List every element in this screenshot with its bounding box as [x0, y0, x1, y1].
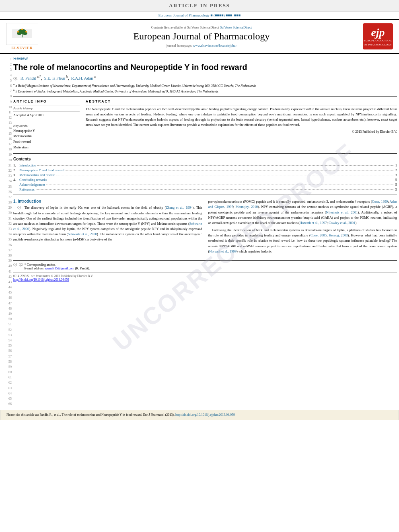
- journal-header: ELSEVIER Contents lists available at Sci…: [0, 19, 399, 54]
- sciverse-link[interactable]: SciVerse ScienceDirect: [220, 25, 252, 29]
- toc-label-2: Neuropeptide Y and food reward: [19, 168, 64, 172]
- keyword-neuropeptide: Neuropeptide Y: [13, 128, 80, 134]
- toc-label-4: Concluding remarks: [19, 178, 47, 182]
- keyword-melanocortin: Melanocortin: [13, 134, 80, 139]
- affiliation-a: a a Rudolf Magnus Institute of Neuroscie…: [13, 82, 397, 88]
- info-separator: [13, 105, 80, 105]
- ref-schwartz2000a[interactable]: Schwartz et al., 2000: [13, 222, 202, 231]
- article-info-header: ARTICLE INFO: [13, 99, 80, 103]
- abstract-text: The Neuropeptide Y and the melanocortin …: [86, 107, 397, 128]
- svg-point-7: [25, 31, 27, 33]
- q2-mark: Q2: [19, 263, 23, 267]
- intro-para-right-1: pro-opiomelanocorticoin (POMC) peptide a…: [208, 199, 397, 226]
- toc-item-5: Acknowledgement 5: [13, 183, 397, 187]
- homepage-url[interactable]: www.elsevier.com/locate/ejphar: [193, 43, 237, 47]
- cite-doi-link[interactable]: http://dx.doi.org/10.1016/j.ejphar.2013.…: [175, 413, 235, 417]
- line-numbers: 12345 678910 1112131415 1617181920 21222…: [2, 56, 13, 407]
- toc-dots-3: [56, 175, 394, 175]
- toc-num-4: 4.: [13, 178, 19, 182]
- ref-cone2005[interactable]: Cone, 2005: [311, 233, 327, 237]
- elsevier-logo: ELSEVIER: [4, 23, 40, 50]
- toc-dots-5: [46, 185, 394, 185]
- toc-item-1: 1. Introduction 1: [13, 163, 397, 167]
- email-line: E-mail address: rpandit15@gmail.com (R. …: [25, 267, 90, 270]
- cite-bar: Please cite this article as: Pandit, R.,…: [0, 410, 399, 420]
- corresponding-section: Q3 Q2 * Corresponding author. E-mail add…: [13, 263, 397, 270]
- ref-nijenhuis2001[interactable]: Nijenhuis et al., 2001: [326, 210, 358, 214]
- email-name: (R. Pandit).: [75, 267, 90, 270]
- toc-dots-6: [36, 189, 394, 190]
- ref-cowley2001[interactable]: Cowley et al., 2001: [329, 221, 355, 225]
- review-label: Review: [13, 56, 397, 61]
- corresponding-label: * Corresponding author.: [25, 263, 90, 267]
- ref-horvath1997[interactable]: Horvath et al., 1997: [300, 221, 327, 225]
- intro-para-1-text: The discovery of leptin in the early 90s…: [13, 205, 202, 241]
- doi-line-1: 0014-2999/$ - see front matter © 2013 Pu…: [13, 274, 397, 278]
- svg-point-8: [21, 29, 23, 30]
- corr-label-text: * Corresponding author.: [25, 263, 56, 267]
- toc-num-1: 1.: [13, 163, 19, 167]
- info-abstract-section: ARTICLE INFO Article history: Accepted 4…: [13, 99, 397, 150]
- toc-label-6: References: [19, 187, 35, 191]
- doi-line-2: http://dx.doi.org/10.1016/j.ejphar.2013.…: [13, 278, 397, 281]
- article-title: The role of melanocortins and Neuropepti…: [13, 62, 397, 72]
- body-left-col: 1. Introduction Q4 The discovery of lept…: [13, 199, 202, 256]
- toc-title: Contents: [13, 157, 397, 161]
- info-separator-2: [13, 111, 80, 112]
- toc-dots-2: [66, 170, 394, 170]
- toc-page-3: 3: [395, 173, 397, 177]
- separator-footer: [13, 260, 397, 261]
- keyword-motivation: Motivation: [13, 145, 80, 150]
- copyright-line: © 2013 Published by Elsevier B.V.: [86, 130, 397, 134]
- toc-label-5: Acknowledgement: [19, 183, 45, 187]
- ejp-logo: ejp EUROPEAN JOURNALOF PHARMACOLOGY: [363, 23, 395, 49]
- email-label: E-mail address:: [25, 267, 45, 270]
- toc-page-2: 2: [395, 168, 397, 172]
- header-center: Contents lists available at SciVerse Sci…: [44, 25, 359, 47]
- banner-text: ARTICLE IN PRESS: [169, 2, 230, 8]
- toc-page-6: 5: [395, 187, 397, 191]
- ref-schwartz2000b[interactable]: Schwartz et al., 2000: [68, 232, 97, 236]
- ref-zhang1994[interactable]: Zhang et al., 1994: [166, 205, 193, 210]
- homepage-line: journal homepage: www.elsevier.com/locat…: [44, 43, 359, 47]
- author-adan[interactable]: R.A.H. Adan: [71, 76, 93, 80]
- separator-2: [13, 153, 397, 154]
- separator-3: [13, 195, 397, 195]
- body-two-col: 1. Introduction Q4 The discovery of lept…: [13, 199, 397, 256]
- q4-mark: Q4: [17, 206, 21, 210]
- author-lafleur[interactable]: S.E. la Fleur: [44, 76, 66, 80]
- abstract-col: ABSTRACT The Neuropeptide Y and the mela…: [86, 99, 397, 150]
- article-in-press-banner: ARTICLE IN PRESS: [0, 0, 399, 12]
- toc-item-3: 3. Melanocortins and reward 3: [13, 173, 397, 177]
- history-label: Article history:: [13, 107, 80, 110]
- ejp-logo-box: ejp EUROPEAN JOURNALOF PHARMACOLOGY: [363, 23, 393, 49]
- svg-point-6: [17, 31, 19, 33]
- affiliation-b: b b Department of Endocrinology and Meta…: [13, 88, 397, 94]
- separator-1: [13, 97, 397, 97]
- abstract-separator: [86, 105, 397, 105]
- intro-title: Introduction: [18, 199, 41, 203]
- contents-text: Contents lists available at SciVerse Sci…: [151, 25, 219, 29]
- abstract-header: ABSTRACT: [86, 99, 397, 103]
- toc-page-4: 5: [395, 178, 397, 182]
- ref-mountjoy2010[interactable]: Mountjoy, 2010: [236, 205, 258, 209]
- article-info-col: ARTICLE INFO Article history: Accepted 4…: [13, 99, 80, 150]
- authors-line: Q1 R. Pandit a,*, S.E. la Fleur b, R.A.H…: [13, 75, 397, 80]
- homepage-label: journal homepage:: [167, 43, 192, 47]
- affiliations: a a Rudolf Magnus Institute of Neuroscie…: [13, 82, 397, 94]
- toc-num-3: 3.: [13, 173, 19, 177]
- corresponding-text: * Corresponding author. E-mail address: …: [25, 263, 90, 270]
- ref-cone1999[interactable]: Cone, 1999: [372, 199, 388, 203]
- body-area: 1. Introduction Q4 The discovery of lept…: [13, 199, 397, 256]
- email-link[interactable]: rpandit15@gmail.com: [45, 267, 74, 270]
- doi-link[interactable]: http://dx.doi.org/10.1016/j.ejphar.2013.…: [13, 278, 69, 281]
- ref-horvath1999[interactable]: Horvath et al., 1999: [209, 249, 237, 253]
- author-pandit[interactable]: R. Pandit: [21, 76, 36, 80]
- journal-title: European Journal of Pharmacology: [44, 31, 359, 42]
- main-content: Review The role of melanocortins and Neu…: [13, 56, 397, 407]
- intro-para-right-2: Following the identification of NPY and …: [208, 228, 397, 254]
- ref-herzog2003[interactable]: Herzog, 2003: [329, 233, 348, 237]
- q3-mark: Q3: [13, 263, 17, 267]
- toc-label-1: Introduction: [19, 163, 36, 167]
- elsevier-word: ELSEVIER: [11, 46, 33, 50]
